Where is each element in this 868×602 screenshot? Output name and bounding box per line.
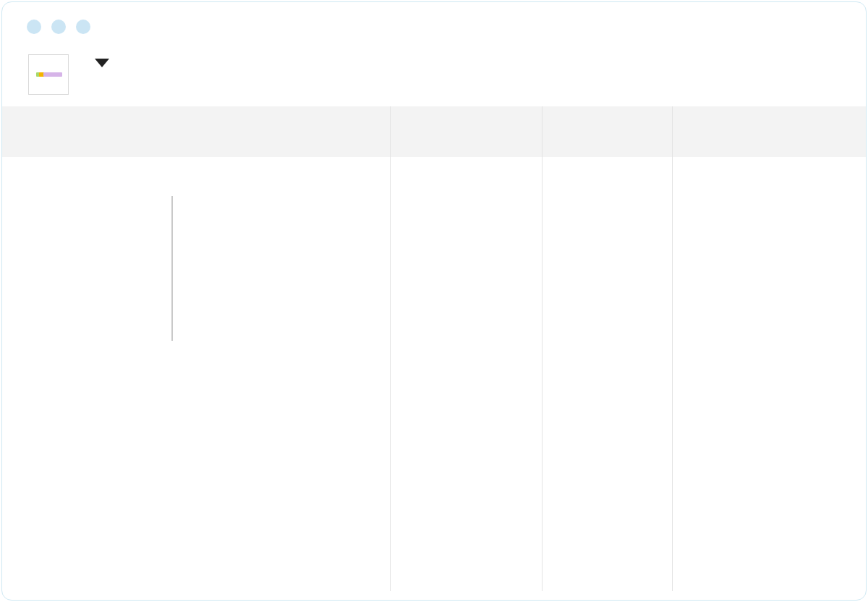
page-title[interactable] bbox=[85, 54, 109, 67]
team-sidebar bbox=[2, 157, 205, 186]
team-column-header bbox=[2, 106, 205, 157]
page-header bbox=[2, 34, 866, 106]
chevron-down-icon[interactable] bbox=[95, 59, 109, 67]
dates-header bbox=[205, 106, 866, 157]
timeline-header bbox=[2, 106, 866, 157]
window-dot[interactable] bbox=[27, 20, 41, 34]
scrollbar[interactable] bbox=[171, 196, 173, 341]
window-dot[interactable] bbox=[51, 20, 66, 34]
window-controls bbox=[2, 2, 866, 34]
chart-logo-icon bbox=[28, 54, 69, 95]
gantt-chart bbox=[205, 157, 866, 186]
app-window bbox=[1, 1, 867, 601]
window-dot[interactable] bbox=[76, 20, 90, 34]
